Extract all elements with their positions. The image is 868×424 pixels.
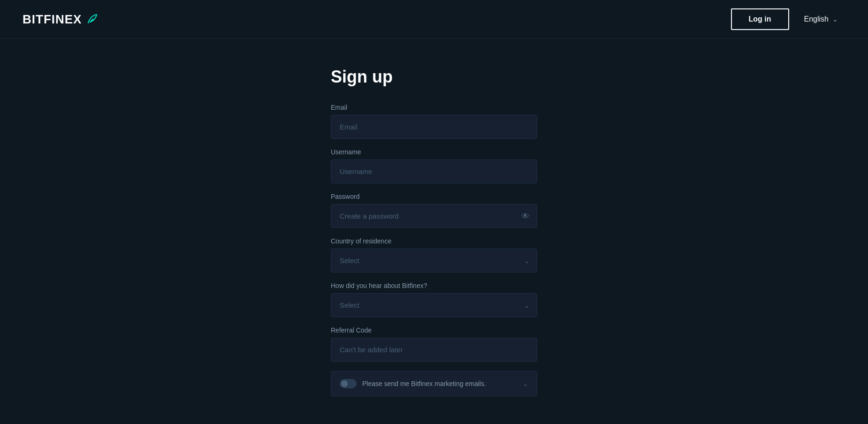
main-content: Sign up Email Username Password 👁 Countr… — [0, 39, 868, 424]
email-input[interactable] — [331, 115, 537, 139]
password-input[interactable] — [331, 204, 537, 228]
referral-source-label: How did you hear about Bitfinex? — [331, 282, 537, 289]
country-select[interactable] — [331, 249, 537, 273]
logo-text: BITFINEX — [23, 12, 82, 27]
language-selector[interactable]: English ⌄ — [797, 9, 845, 29]
page-title: Sign up — [331, 67, 537, 87]
email-label: Email — [331, 104, 537, 111]
password-wrapper: 👁 — [331, 204, 537, 228]
referral-source-select[interactable] — [331, 293, 537, 317]
marketing-toggle[interactable] — [340, 379, 357, 388]
login-button[interactable]: Log in — [731, 8, 789, 30]
referral-source-group: How did you hear about Bitfinex? ⌄ — [331, 282, 537, 317]
marketing-left: Please send me Bitfinex marketing emails… — [340, 379, 486, 388]
signup-form: Sign up Email Username Password 👁 Countr… — [331, 67, 537, 406]
header-right: Log in English ⌄ — [731, 8, 845, 30]
password-label: Password — [331, 193, 537, 200]
username-group: Username — [331, 148, 537, 183]
referral-source-select-wrapper: ⌄ — [331, 293, 537, 317]
marketing-row[interactable]: Please send me Bitfinex marketing emails… — [331, 371, 537, 396]
referral-code-input[interactable] — [331, 338, 537, 362]
logo: BITFINEX — [23, 12, 99, 27]
country-label: Country of residence — [331, 237, 537, 245]
toggle-knob — [341, 380, 348, 387]
header: BITFINEX Log in English ⌄ — [0, 0, 868, 39]
username-input[interactable] — [331, 159, 537, 183]
referral-code-group: Referral Code — [331, 326, 537, 362]
leaf-icon — [84, 14, 99, 25]
language-label: English — [804, 15, 829, 23]
language-chevron-icon: ⌄ — [832, 15, 838, 23]
username-label: Username — [331, 148, 537, 156]
country-group: Country of residence ⌄ — [331, 237, 537, 273]
marketing-chevron-icon: ⌄ — [523, 380, 528, 387]
country-select-wrapper: ⌄ — [331, 249, 537, 273]
toggle-password-icon[interactable]: 👁 — [521, 211, 530, 221]
marketing-text: Please send me Bitfinex marketing emails… — [362, 380, 486, 387]
email-group: Email — [331, 104, 537, 139]
password-group: Password 👁 — [331, 193, 537, 228]
referral-code-label: Referral Code — [331, 326, 537, 334]
